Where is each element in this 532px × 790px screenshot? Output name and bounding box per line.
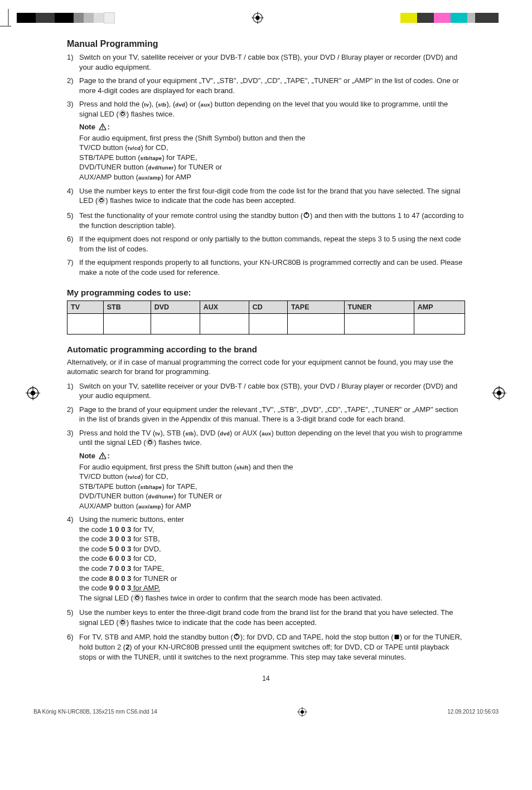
table-header: AUX — [200, 301, 249, 313]
step-number: 3) — [67, 99, 79, 182]
step-number: 4) — [67, 515, 79, 604]
registration-mark-icon — [26, 386, 40, 400]
step-text: Press and hold the (tv), (stb), (dvd) or… — [79, 99, 465, 182]
step-text: Test the functionality of your remote co… — [79, 211, 465, 231]
step-number: 1) — [67, 381, 79, 401]
table-header: TUNER — [344, 301, 414, 313]
code-line: the code 9 0 0 3 for AMP. — [79, 583, 465, 593]
standby-icon — [303, 211, 310, 221]
stb-button-label: stb — [158, 101, 166, 108]
led-ring-icon — [98, 196, 105, 207]
table-cell — [414, 313, 465, 334]
step-number: 6) — [67, 234, 79, 254]
note-line: For audio equipment, first press the Shi… — [79, 462, 465, 472]
codes-table: TV STB DVD AUX CD TAPE TUNER AMP — [67, 301, 465, 335]
table-header: TAPE — [288, 301, 344, 313]
step-text: For TV, STB and AMP, hold the standby bu… — [79, 632, 465, 662]
step-text: Using the numeric buttons, enter the cod… — [79, 515, 465, 604]
table-header: AMP — [414, 301, 465, 313]
code-line: the code 7 0 0 3 for TAPE, — [79, 564, 465, 574]
note-label: Note — [79, 123, 98, 131]
step-number: 5) — [67, 608, 79, 628]
code-line: The signal LED () flashes twice in order… — [79, 593, 465, 604]
registration-mark-icon — [297, 707, 307, 717]
auto-steps-list: 1)Switch on your TV, satellite receiver … — [67, 381, 465, 662]
step-number: 7) — [67, 258, 79, 277]
led-ring-icon — [146, 438, 154, 449]
note-line: TV/CD button (tv/cd) for CD, — [79, 143, 465, 153]
note-line: STB/TAPE button (stb/tape) for TAPE, — [79, 482, 465, 492]
step-number: 5) — [67, 211, 79, 231]
footer-timestamp: 12.09.2012 10:56:03 — [447, 709, 499, 715]
warning-icon — [99, 123, 107, 133]
svg-rect-37 — [394, 635, 399, 639]
step-text: If the equipment responds properly to al… — [79, 258, 465, 277]
step-text: If the equipment does not respond or onl… — [79, 234, 465, 254]
table-header: STB — [103, 301, 151, 313]
note-label: Note — [79, 452, 98, 460]
step-text: Use the number keys to enter the first f… — [79, 186, 465, 207]
note-line: TV/CD button (tv/cd) for CD, — [79, 472, 465, 482]
table-cell — [249, 313, 287, 334]
table-header: DVD — [151, 301, 200, 313]
table-cell — [103, 313, 151, 334]
note-line: For audio equipment, first press the (Sh… — [79, 133, 465, 143]
code-line: the code 3 0 0 3 for STB, — [79, 534, 465, 544]
svg-point-28 — [102, 457, 103, 458]
step-number: 2) — [67, 405, 79, 424]
led-ring-icon — [133, 594, 141, 604]
step-number: 6) — [67, 632, 79, 662]
footer-filename: BA König KN-URC80B, 135x215 mm CS6.indd … — [33, 709, 157, 715]
table-header: TV — [67, 301, 104, 313]
section-manual-programming-title: Manual Programming — [67, 39, 465, 49]
table-cell — [151, 313, 200, 334]
step-text: Switch on your TV, satellite receiver or… — [79, 381, 465, 401]
step-number: 3) — [67, 428, 79, 511]
code-line: the code 6 0 0 3 for CD, — [79, 554, 465, 564]
page-number: 14 — [67, 675, 465, 682]
step-number: 4) — [67, 186, 79, 207]
auto-programming-title: Automatic programming according to the b… — [67, 345, 465, 354]
step-text: Press and hold the TV (tv), STB (stb), D… — [79, 428, 465, 511]
print-footer: BA König KN-URC80B, 135x215 mm CS6.indd … — [0, 699, 532, 728]
note-line: STB/TAPE button (stb/tape) for TAPE, — [79, 153, 465, 163]
printer-color-bar — [0, 0, 532, 29]
led-ring-icon — [119, 618, 127, 629]
step-number: 2) — [67, 76, 79, 95]
manual-steps-list: 1)Switch on your TV, satellite receiver … — [67, 52, 465, 278]
table-cell — [288, 313, 344, 334]
table-cell — [344, 313, 414, 334]
auto-intro-paragraph: Alternatively, or if in case of manual p… — [67, 357, 465, 377]
note-line: AUX/AMP button (aux/amp) for AMP — [79, 172, 465, 182]
step-text: Page to the brand of your equipment „TV"… — [79, 76, 465, 95]
table-cell — [67, 313, 104, 334]
led-ring-icon — [119, 110, 127, 120]
table-header: CD — [249, 301, 287, 313]
registration-mark-icon — [252, 12, 264, 24]
step-text: Page to the brand of your equipment unde… — [79, 405, 465, 424]
aux-button-label: aux — [201, 101, 210, 108]
step-number: 1) — [67, 52, 79, 72]
standby-icon — [233, 633, 240, 642]
note-line: DVD/TUNER button (dvd/tuner) for TUNER o… — [79, 162, 465, 172]
step-text: Use the number keys to enter the three-d… — [79, 608, 465, 628]
note-line: DVD/TUNER button (dvd/tuner) for TUNER o… — [79, 491, 465, 501]
my-codes-title: My programming codes to use: — [67, 288, 465, 297]
note-line: AUX/AMP button (aux/amp) for AMP — [79, 501, 465, 511]
code-line: the code 8 0 0 3 for TUNER or — [79, 574, 465, 584]
dvd-button-label: dvd — [175, 101, 185, 108]
registration-mark-icon — [492, 386, 506, 400]
table-cell — [200, 313, 249, 334]
step-text: Switch on your TV, satellite receiver or… — [79, 52, 465, 72]
code-line: the code 1 0 0 3 for TV, — [79, 525, 465, 535]
svg-point-17 — [102, 129, 103, 130]
code-line: the code 5 0 0 3 for DVD, — [79, 544, 465, 554]
warning-icon — [99, 452, 107, 462]
stop-icon — [394, 633, 400, 642]
